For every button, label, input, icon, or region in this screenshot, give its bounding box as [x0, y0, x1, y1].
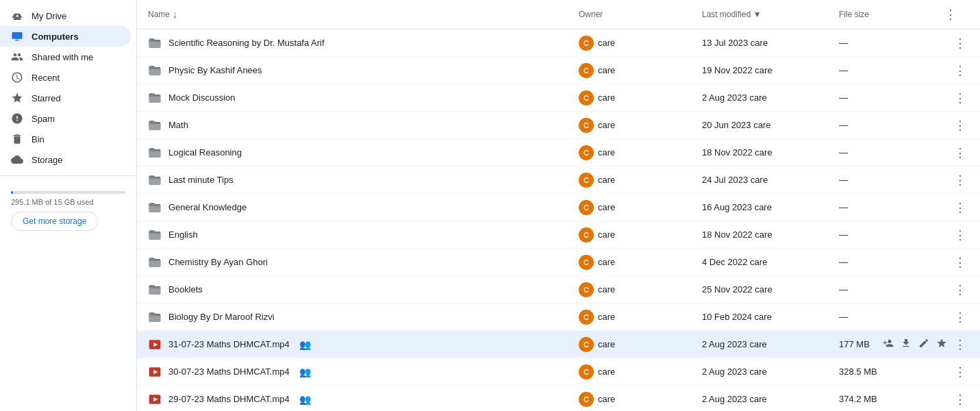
more-options-button[interactable]: ⋮: [951, 171, 969, 189]
owner-name: care: [598, 147, 615, 158]
header-last-modified-label: Last modified: [702, 10, 751, 19]
file-size-cell: 374.2 MB: [839, 394, 942, 404]
actions-cell: ⋮: [942, 144, 969, 162]
file-name-cell: English: [148, 228, 579, 242]
owner-cell: C care: [579, 227, 702, 242]
owner-cell: C care: [579, 255, 702, 270]
svg-rect-7: [149, 206, 161, 212]
table-row[interactable]: 30-07-23 Maths DHMCAT.mp4 👥 C care 2 Aug…: [137, 358, 980, 386]
svg-rect-10: [149, 288, 161, 294]
file-size-cell: 328.5 MB: [839, 366, 942, 377]
avatar: C: [579, 200, 594, 215]
avatar: C: [579, 63, 594, 78]
file-size-cell: —: [839, 229, 942, 240]
owner-cell: C care: [579, 282, 702, 297]
table-row[interactable]: Scientific Reasoning by Dr. Mustafa Arif…: [137, 29, 980, 57]
header-more-button[interactable]: ⋮: [942, 5, 959, 23]
file-name: Logical Reasoning: [168, 147, 242, 158]
get-more-storage-button[interactable]: Get more storage: [11, 212, 98, 231]
header-owner: Owner: [579, 10, 702, 19]
table-row[interactable]: Math C care 20 Jun 2023 care — ⋮: [137, 112, 980, 139]
svg-rect-2: [149, 68, 161, 75]
file-name: 29-07-23 Maths DHMCAT.mp4: [168, 394, 290, 404]
file-name-cell: Mock Discussion: [148, 91, 579, 105]
add-person-button[interactable]: [880, 336, 896, 353]
svg-rect-8: [149, 233, 161, 239]
last-modified-cell: 18 Nov 2022 care: [702, 147, 839, 158]
table-row[interactable]: Last minute Tips C care 24 Jul 2023 care…: [137, 166, 980, 194]
avatar: C: [579, 337, 594, 352]
file-name: Physic By Kashif Anees: [168, 65, 262, 75]
avatar: C: [579, 145, 594, 160]
svg-rect-11: [149, 315, 161, 321]
more-options-button[interactable]: ⋮: [951, 281, 969, 299]
more-options-button[interactable]: ⋮: [951, 363, 969, 381]
table-row[interactable]: Physic By Kashif Anees C care 19 Nov 202…: [137, 57, 980, 84]
owner-name: care: [598, 38, 615, 48]
file-name-cell: Logical Reasoning: [148, 146, 579, 160]
svg-rect-4: [149, 123, 161, 129]
more-options-button[interactable]: ⋮: [951, 199, 969, 216]
table-row[interactable]: Mock Discussion C care 2 Aug 2023 care —…: [137, 84, 980, 112]
owner-cell: C care: [579, 173, 702, 188]
more-options-button[interactable]: ⋮: [951, 308, 969, 326]
sidebar-item-my-drive[interactable]: My Drive: [0, 5, 131, 26]
file-name: Math: [168, 120, 188, 130]
sidebar-item-starred[interactable]: Starred: [0, 88, 131, 108]
avatar: C: [579, 90, 594, 105]
sidebar-item-label: Bin: [32, 134, 45, 145]
actions-cell: ⋮: [942, 89, 969, 107]
file-name-cell: Math: [148, 119, 579, 132]
sidebar-item-label: Computers: [32, 32, 79, 42]
more-options-button[interactable]: ⋮: [951, 62, 969, 79]
table-row[interactable]: Booklets C care 25 Nov 2022 care — ⋮: [137, 276, 980, 303]
more-options-button[interactable]: ⋮: [951, 116, 969, 134]
avatar: C: [579, 364, 594, 379]
download-button[interactable]: [898, 336, 914, 353]
last-modified-cell: 13 Jul 2023 care: [702, 38, 839, 48]
table-row[interactable]: English C care 18 Nov 2022 care — ⋮: [137, 221, 980, 249]
actions-cell: ⋮: [942, 281, 969, 299]
more-options-button[interactable]: ⋮: [951, 226, 969, 244]
more-options-button[interactable]: ⋮: [951, 390, 969, 408]
sidebar-item-shared[interactable]: Shared with me: [0, 47, 131, 67]
file-name-cell: 29-07-23 Maths DHMCAT.mp4 👥: [148, 393, 579, 406]
owner-name: care: [598, 257, 615, 267]
folder-icon: [148, 173, 162, 187]
table-row[interactable]: 31-07-23 Maths DHMCAT.mp4 👥 C care 2 Aug…: [137, 331, 980, 358]
file-name: Last minute Tips: [168, 175, 234, 185]
actions-cell: ⋮: [942, 116, 969, 134]
sidebar-item-bin[interactable]: Bin: [0, 129, 131, 149]
folder-icon: [148, 201, 162, 214]
more-options-button[interactable]: ⋮: [951, 144, 969, 162]
more-options-button[interactable]: ⋮: [951, 253, 969, 271]
actions-cell: ⋮: [942, 34, 969, 52]
table-row[interactable]: Logical Reasoning C care 18 Nov 2022 car…: [137, 139, 980, 166]
more-options-button[interactable]: ⋮: [951, 336, 969, 353]
last-modified-cell: 18 Nov 2022 care: [702, 229, 839, 240]
file-name-cell: 31-07-23 Maths DHMCAT.mp4 👥: [148, 338, 579, 351]
star-button[interactable]: [933, 336, 950, 353]
actions-cell: ⋮: [942, 363, 969, 381]
more-options-button[interactable]: ⋮: [951, 89, 969, 107]
last-modified-cell: 20 Jun 2023 care: [702, 120, 839, 130]
table-row[interactable]: General Knowledge C care 16 Aug 2023 car…: [137, 194, 980, 221]
file-name: Booklets: [168, 284, 203, 295]
actions-cell: ⋮: [942, 62, 969, 79]
sidebar-item-storage[interactable]: Storage: [0, 149, 131, 170]
more-options-button[interactable]: ⋮: [951, 34, 969, 52]
owner-name: care: [598, 202, 615, 212]
people-icon: [11, 51, 23, 63]
sidebar-item-computers[interactable]: Computers: [0, 26, 131, 47]
file-name: General Knowledge: [168, 202, 247, 212]
actions-cell: ⋮: [942, 226, 969, 244]
sidebar-item-spam[interactable]: Spam: [0, 108, 131, 129]
svg-rect-1: [149, 41, 161, 47]
table-row[interactable]: Chemistry By Ayan Ghori C care 4 Dec 202…: [137, 249, 980, 276]
table-row[interactable]: Biology By Dr Maroof Rizvi C care 10 Feb…: [137, 303, 980, 331]
header-name[interactable]: Name ↓: [148, 9, 579, 20]
actions-cell: ⋮: [942, 199, 969, 216]
sidebar-item-recent[interactable]: Recent: [0, 67, 131, 88]
table-row[interactable]: 29-07-23 Maths DHMCAT.mp4 👥 C care 2 Aug…: [137, 386, 980, 411]
edit-button[interactable]: [916, 336, 932, 353]
